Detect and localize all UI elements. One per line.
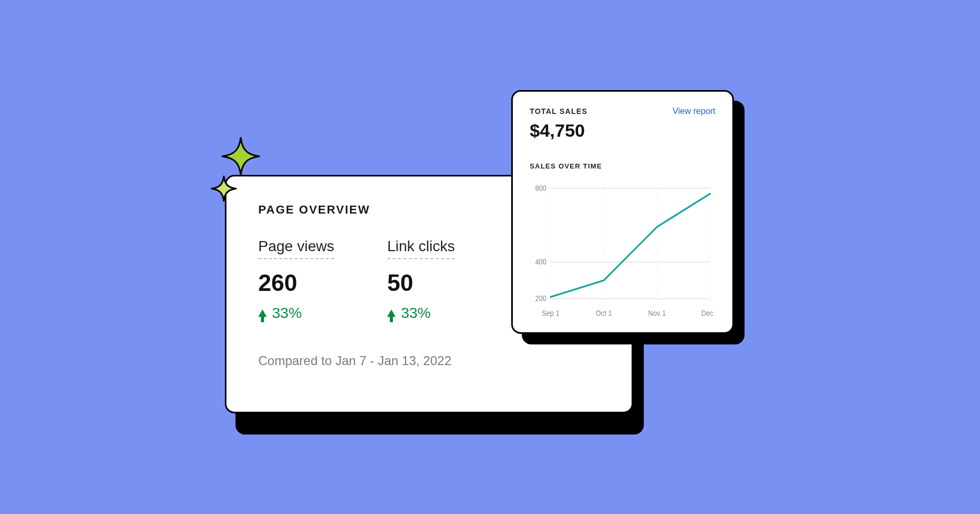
svg-text:Dec 1: Dec 1 xyxy=(701,308,715,317)
metric-value: 260 xyxy=(258,270,334,296)
metric-value: 50 xyxy=(387,270,455,296)
svg-text:400: 400 xyxy=(535,257,547,266)
arrow-up-icon xyxy=(258,309,267,317)
arrow-up-icon xyxy=(387,309,396,317)
total-sales-amount: $4,750 xyxy=(530,120,715,141)
page-overview-compare: Compared to Jan 7 - Jan 13, 2022 xyxy=(258,353,600,368)
sales-chart-svg: 200400800Sep 1Oct 1Nov 1Dec 1 xyxy=(530,180,715,320)
metric-page-views: Page views 260 33% xyxy=(258,238,334,322)
metric-delta-text: 33% xyxy=(272,305,302,322)
svg-text:Nov 1: Nov 1 xyxy=(648,308,666,317)
sales-over-time-title: SALES OVER TIME xyxy=(530,162,715,170)
metric-delta: 33% xyxy=(387,305,455,322)
metric-link-clicks: Link clicks 50 33% xyxy=(387,238,455,322)
metric-label: Page views xyxy=(258,238,334,259)
sales-chart: 200400800Sep 1Oct 1Nov 1Dec 1 xyxy=(530,180,715,320)
svg-text:200: 200 xyxy=(535,294,547,303)
svg-text:800: 800 xyxy=(535,183,547,192)
metric-label: Link clicks xyxy=(387,238,455,259)
total-sales-header: TOTAL SALES View report xyxy=(530,107,715,116)
total-sales-card: TOTAL SALES View report $4,750 SALES OVE… xyxy=(511,90,734,334)
view-report-link[interactable]: View report xyxy=(672,107,715,116)
svg-text:Oct 1: Oct 1 xyxy=(596,308,612,317)
metric-delta: 33% xyxy=(258,305,334,322)
total-sales-title: TOTAL SALES xyxy=(530,107,588,116)
svg-text:Sep 1: Sep 1 xyxy=(542,308,560,317)
metric-delta-text: 33% xyxy=(401,305,431,322)
